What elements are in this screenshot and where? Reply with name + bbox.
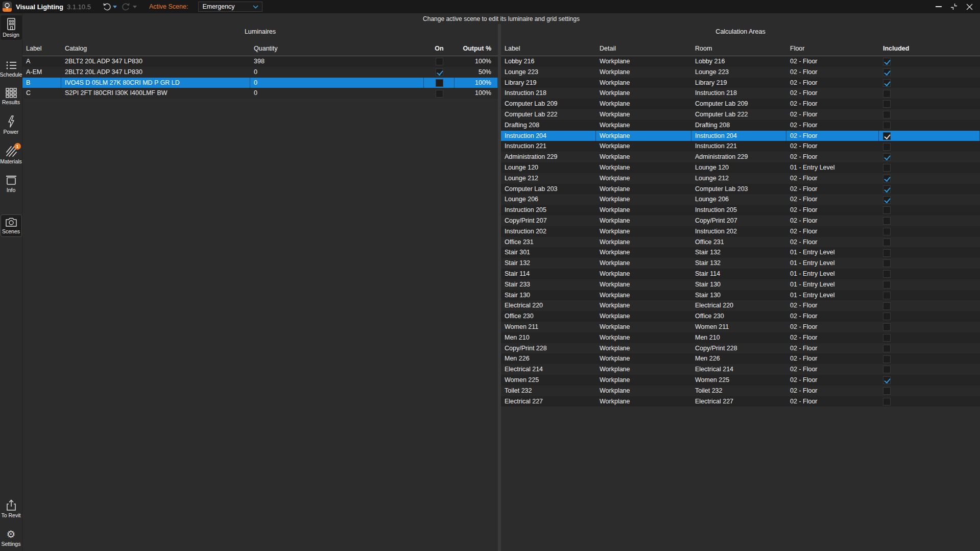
included-checkbox[interactable]	[883, 302, 891, 310]
calc-area-row[interactable]: Office 230WorkplaneOffice 23002 - Floor	[501, 311, 980, 322]
restore-button[interactable]	[950, 3, 958, 10]
calc-area-row[interactable]: Women 225WorkplaneWomen 22502 - Floor	[501, 375, 980, 386]
included-checkbox[interactable]	[883, 143, 891, 151]
sidebar-item-schedule[interactable]: Schedule	[1, 58, 22, 80]
calc-area-row[interactable]: Electrical 227WorkplaneElectrical 22702 …	[501, 396, 980, 407]
included-checkbox[interactable]	[883, 217, 891, 225]
included-checkbox[interactable]	[883, 196, 891, 204]
column-header-included[interactable]: Included	[879, 45, 980, 52]
luminaire-output[interactable]: 100%	[455, 56, 498, 67]
calc-area-row[interactable]: Administration 229WorkplaneAdministratio…	[501, 152, 980, 162]
calc-area-row[interactable]: Electrical 214WorkplaneElectrical 21402 …	[501, 364, 980, 375]
calc-area-row[interactable]: Women 211WorkplaneWomen 21102 - Floor	[501, 322, 980, 332]
close-button[interactable]	[966, 3, 973, 10]
included-checkbox[interactable]	[883, 228, 891, 235]
calc-area-row[interactable]: Stair 114WorkplaneStair 11401 - Entry Le…	[501, 269, 980, 279]
sidebar-item-materials[interactable]: 1 Materials	[1, 143, 22, 166]
included-checkbox[interactable]	[883, 259, 891, 267]
included-checkbox[interactable]	[883, 90, 891, 98]
included-checkbox[interactable]	[883, 249, 891, 257]
luminaire-quantity[interactable]: 0	[250, 78, 424, 88]
sidebar-item-scenes[interactable]: Scenes	[1, 214, 22, 237]
column-header-label[interactable]: Label	[22, 45, 61, 52]
calc-area-row[interactable]: Lounge 206WorkplaneLounge 20602 - Floor	[501, 194, 980, 205]
calc-area-row[interactable]: Stair 233WorkplaneStair 13001 - Entry Le…	[501, 279, 980, 290]
calc-area-row[interactable]: Stair 130WorkplaneStair 13001 - Entry Le…	[501, 290, 980, 301]
calc-area-row[interactable]: Instruction 218WorkplaneInstruction 2180…	[501, 88, 980, 99]
column-header-output[interactable]: Output %	[455, 45, 498, 52]
on-checkbox[interactable]	[436, 58, 443, 65]
calc-area-row[interactable]: Stair 132WorkplaneStair 13201 - Entry Le…	[501, 258, 980, 269]
calc-area-row[interactable]: Men 226WorkplaneMen 22602 - Floor	[501, 353, 980, 364]
minimize-button[interactable]	[935, 3, 942, 10]
calc-area-row[interactable]: Stair 301WorkplaneStair 13201 - Entry Le…	[501, 247, 980, 258]
calc-area-row[interactable]: Office 231WorkplaneOffice 23102 - Floor	[501, 237, 980, 248]
redo-button[interactable]	[122, 3, 137, 11]
sidebar-item-to-revit[interactable]: To Revit	[1, 497, 22, 520]
calc-area-row[interactable]: Toilet 232WorkplaneToilet 23202 - Floor	[501, 386, 980, 396]
redo-dropdown-icon[interactable]	[133, 6, 137, 8]
included-checkbox[interactable]	[883, 68, 891, 76]
included-checkbox[interactable]	[883, 175, 891, 182]
included-checkbox[interactable]	[883, 58, 891, 65]
undo-dropdown-icon[interactable]	[113, 6, 117, 8]
included-checkbox[interactable]	[883, 376, 891, 384]
undo-button[interactable]	[102, 3, 117, 11]
included-checkbox[interactable]	[883, 122, 891, 129]
sidebar-item-settings[interactable]: ⚙ Settings	[1, 526, 22, 549]
included-checkbox[interactable]	[883, 79, 891, 87]
sidebar-item-power[interactable]: Power	[1, 113, 22, 137]
calc-area-row[interactable]: Instruction 204WorkplaneInstruction 2040…	[501, 131, 980, 141]
active-scene-select[interactable]: Emergency	[198, 2, 262, 12]
calc-area-row[interactable]: Copy/Print 228WorkplaneCopy/Print 22802 …	[501, 343, 980, 354]
column-header-quantity[interactable]: Quantity	[250, 45, 424, 52]
included-checkbox[interactable]	[883, 366, 891, 373]
included-checkbox[interactable]	[883, 185, 891, 193]
sidebar-item-results[interactable]: Results	[1, 86, 22, 107]
included-checkbox[interactable]	[883, 153, 891, 161]
on-checkbox[interactable]	[436, 68, 443, 76]
on-checkbox[interactable]	[436, 90, 443, 98]
included-checkbox[interactable]	[883, 323, 891, 331]
luminaire-row[interactable]: BIVO4S D 05LM 27K 80CRI MD P GR LD0100%	[22, 78, 498, 88]
included-checkbox[interactable]	[883, 387, 891, 395]
luminaire-quantity[interactable]: 0	[250, 67, 424, 78]
included-checkbox[interactable]	[883, 292, 891, 299]
calc-area-row[interactable]: Computer Lab 209WorkplaneComputer Lab 20…	[501, 99, 980, 109]
included-checkbox[interactable]	[883, 111, 891, 118]
luminaire-output[interactable]: 100%	[455, 78, 498, 88]
included-checkbox[interactable]	[883, 281, 891, 289]
calc-area-row[interactable]: Drafting 208WorkplaneDrafting 20802 - Fl…	[501, 120, 980, 131]
calc-area-row[interactable]: Electrical 220WorkplaneElectrical 22002 …	[501, 300, 980, 311]
included-checkbox[interactable]	[883, 132, 891, 140]
luminaire-row[interactable]: A2BLT2 20L ADP 347 LP830398100%	[22, 56, 498, 67]
included-checkbox[interactable]	[883, 164, 891, 172]
luminaire-output[interactable]: 50%	[455, 67, 498, 78]
calc-area-row[interactable]: Copy/Print 207WorkplaneCopy/Print 20702 …	[501, 215, 980, 226]
on-checkbox[interactable]	[436, 79, 443, 87]
calc-area-row[interactable]: Lounge 212WorkplaneLounge 21202 - Floor	[501, 173, 980, 184]
luminaire-output[interactable]: 100%	[455, 88, 498, 99]
included-checkbox[interactable]	[883, 345, 891, 352]
calc-area-row[interactable]: Lounge 223WorkplaneLounge 22302 - Floor	[501, 67, 980, 78]
included-checkbox[interactable]	[883, 398, 891, 405]
included-checkbox[interactable]	[883, 100, 891, 108]
luminaire-quantity[interactable]: 0	[250, 88, 424, 99]
calc-area-row[interactable]: Instruction 221WorkplaneInstruction 2210…	[501, 141, 980, 152]
calc-area-row[interactable]: Men 210WorkplaneMen 21002 - Floor	[501, 332, 980, 343]
included-checkbox[interactable]	[883, 270, 891, 278]
column-header-catalog[interactable]: Catalog	[61, 45, 250, 52]
included-checkbox[interactable]	[883, 334, 891, 342]
calc-area-row[interactable]: Computer Lab 222WorkplaneComputer Lab 22…	[501, 109, 980, 120]
column-header-detail[interactable]: Detail	[596, 45, 691, 52]
luminaire-quantity[interactable]: 398	[250, 56, 424, 67]
column-header-floor[interactable]: Floor	[786, 45, 879, 52]
calc-area-row[interactable]: Instruction 205WorkplaneInstruction 2050…	[501, 205, 980, 215]
included-checkbox[interactable]	[883, 355, 891, 363]
sidebar-item-design[interactable]: Design	[1, 15, 22, 40]
calc-area-row[interactable]: Computer Lab 203WorkplaneComputer Lab 20…	[501, 184, 980, 195]
luminaire-row[interactable]: CS2PI 2FT I80CRI I30K I400LMF BW0100%	[22, 88, 498, 99]
column-header-label[interactable]: Label	[501, 45, 596, 52]
included-checkbox[interactable]	[883, 206, 891, 214]
included-checkbox[interactable]	[883, 313, 891, 320]
